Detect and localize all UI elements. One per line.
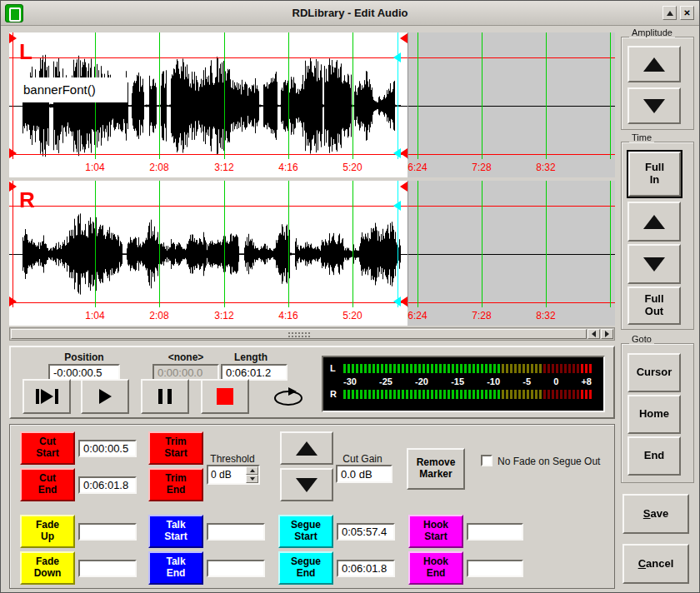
amplitude-down-icon	[643, 99, 665, 113]
segue-start-marker-icon[interactable]	[393, 201, 401, 211]
time-label: 3:12	[208, 310, 241, 321]
stop-button[interactable]	[201, 379, 249, 414]
cut-end-marker-icon[interactable]	[400, 148, 408, 158]
shade-button[interactable]	[662, 6, 677, 20]
stop-icon	[217, 388, 233, 405]
cut-end-marker-icon[interactable]	[400, 33, 408, 43]
position-label: Position	[48, 351, 120, 362]
time-zoom-out-button[interactable]	[628, 244, 681, 284]
segue-start-marker-icon[interactable]	[393, 52, 401, 62]
trim-start-button[interactable]: Trim Start	[148, 431, 203, 465]
threshold-up-button[interactable]	[246, 466, 258, 475]
scroll-right-button[interactable]	[601, 329, 613, 339]
play-from-start-button[interactable]	[22, 379, 71, 414]
marker-name-label: <none>	[151, 351, 221, 362]
scrollbar-thumb[interactable]	[11, 329, 587, 339]
fade-up-field[interactable]	[78, 523, 137, 541]
cut-start-marker-icon[interactable]	[9, 296, 17, 306]
scroll-right-icon	[605, 331, 609, 337]
audio-meter: L -30-25-20-15-10-50+8 R	[322, 356, 605, 412]
save-button[interactable]: Save	[622, 494, 689, 534]
left-led-strip	[343, 364, 593, 373]
time-label: 6:24	[401, 162, 434, 173]
loop-icon	[270, 385, 307, 408]
play-from-start-icon	[36, 389, 58, 404]
trim-end-button[interactable]: Trim End	[148, 468, 203, 501]
close-button[interactable]: ✕	[680, 6, 694, 20]
threshold-spinbox[interactable]: 0 dB	[207, 465, 260, 485]
cut-start-marker-icon[interactable]	[9, 148, 17, 158]
cut-start-button[interactable]: Cut Start	[20, 431, 75, 465]
remove-marker-button[interactable]: Remove Marker	[407, 448, 465, 490]
gain-down-button[interactable]	[280, 468, 333, 501]
amplitude-up-button[interactable]	[628, 46, 681, 82]
scroll-left-button[interactable]	[588, 329, 600, 339]
position-value: -0:00:00.5	[48, 364, 120, 381]
meter-scale-label: 0	[553, 376, 558, 386]
goto-home-button[interactable]: Home	[628, 395, 681, 434]
right-waveform-canvas[interactable]	[9, 181, 615, 307]
fade-down-button[interactable]: Fade Down	[20, 551, 75, 585]
shade-icon	[667, 11, 673, 16]
segue-end-button[interactable]: Segue End	[278, 551, 333, 585]
threshold-down-button[interactable]	[246, 475, 258, 483]
fade-down-field[interactable]	[78, 560, 137, 577]
no-fade-checkbox[interactable]	[481, 455, 492, 466]
cut-gain-field[interactable]: 0.0 dB	[336, 465, 392, 483]
cut-start-marker-icon[interactable]	[9, 182, 17, 192]
cut-end-marker-icon[interactable]	[400, 296, 408, 306]
cancel-button[interactable]: Cancel	[622, 544, 689, 584]
time-label: 7:28	[465, 162, 498, 173]
full-in-button[interactable]: Full In	[628, 152, 681, 197]
cut-start-marker-icon[interactable]	[9, 33, 17, 43]
time-label: 2:08	[142, 310, 176, 321]
time-zoom-out-icon	[643, 257, 665, 272]
time-label: 1:04	[78, 162, 112, 173]
gain-up-button[interactable]	[280, 431, 333, 465]
waveform-panel: L bannerFont() 1:042:083:124:165:206:247…	[9, 32, 615, 326]
talk-start-field[interactable]	[207, 523, 265, 541]
meter-scale: -30-25-20-15-10-50+8	[343, 375, 592, 387]
segue-start-button[interactable]: Segue Start	[278, 515, 333, 548]
cut-end-marker-icon[interactable]	[400, 182, 408, 192]
close-icon: ✕	[683, 8, 690, 17]
pause-button[interactable]	[141, 379, 189, 414]
segue-start-marker-icon[interactable]	[393, 148, 401, 158]
play-icon	[99, 389, 112, 404]
loop-button[interactable]	[261, 379, 316, 414]
play-button[interactable]	[81, 379, 129, 414]
time-label: 1:04	[78, 310, 112, 321]
scrollbar-grip-icon	[288, 331, 311, 338]
hook-end-field[interactable]	[467, 560, 523, 577]
cut-end-field[interactable]: 0:06:01.8	[78, 476, 137, 494]
talk-end-field[interactable]	[207, 560, 265, 577]
goto-end-button[interactable]: End	[628, 436, 681, 476]
right-led-strip	[343, 390, 593, 399]
hook-start-field[interactable]	[467, 523, 523, 541]
scroll-left-icon	[592, 331, 596, 337]
meter-scale-label: +8	[581, 376, 592, 386]
amplitude-down-button[interactable]	[628, 87, 681, 124]
segue-start-field[interactable]: 0:05:57.4	[337, 523, 395, 541]
time-label: 2:08	[142, 162, 176, 173]
edit-audio-window: RDLibrary - Edit Audio ✕ L bannerFont() …	[0, 0, 700, 593]
goto-title: Goto	[629, 334, 654, 344]
meter-scale-label: -25	[379, 376, 392, 386]
cut-end-button[interactable]: Cut End	[20, 468, 75, 501]
goto-cursor-button[interactable]: Cursor	[628, 353, 681, 392]
segue-end-field[interactable]: 0:06:01.8	[337, 560, 395, 577]
meter-scale-label: -20	[415, 376, 428, 386]
length-value: 0:06:01.2	[221, 364, 288, 381]
segue-start-marker-icon[interactable]	[393, 296, 401, 306]
hook-start-button[interactable]: Hook Start	[408, 515, 463, 548]
time-zoom-in-button[interactable]	[628, 202, 681, 242]
fade-up-button[interactable]: Fade Up	[20, 515, 75, 548]
cut-start-field[interactable]: 0:00:00.5	[78, 440, 137, 457]
talk-start-button[interactable]: Talk Start	[148, 515, 203, 548]
hook-end-button[interactable]: Hook End	[408, 551, 463, 585]
time-zoom-in-icon	[643, 215, 665, 229]
waveform-scrollbar[interactable]	[9, 327, 615, 341]
full-out-button[interactable]: Full Out	[628, 287, 681, 325]
talk-end-button[interactable]: Talk End	[148, 551, 203, 585]
length-label: Length	[216, 351, 286, 362]
